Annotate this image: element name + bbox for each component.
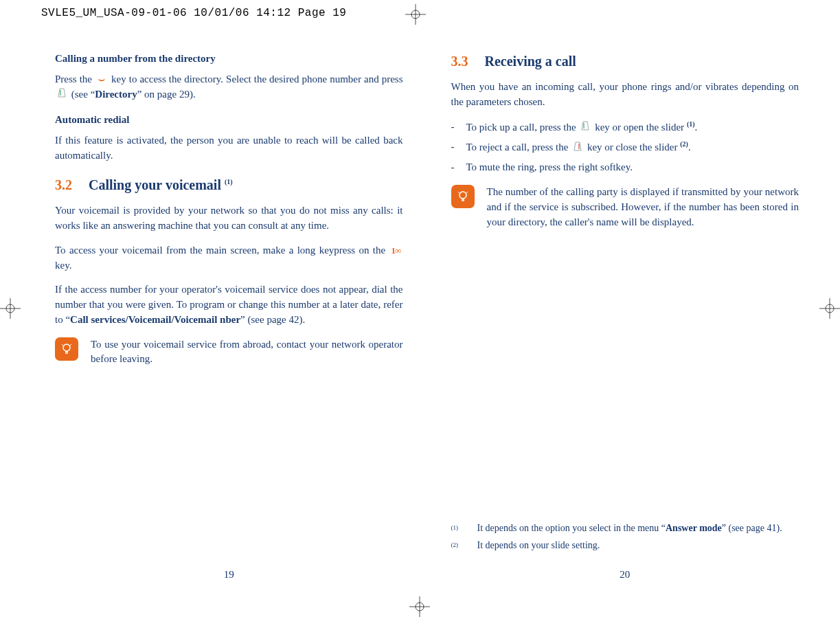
list-item: - To mute the ring, press the right soft… xyxy=(451,160,799,175)
superscript: (2) xyxy=(680,140,688,148)
answer-key-icon xyxy=(55,87,69,103)
page-number-left: 19 xyxy=(55,568,403,583)
svg-point-20 xyxy=(459,192,466,199)
list-text: To mute the ring, press the right softke… xyxy=(466,160,633,175)
reject-key-icon xyxy=(571,141,584,157)
text-bold: Directory xyxy=(95,89,137,100)
list-item: - To pick up a call, press the key or op… xyxy=(451,120,799,136)
text: key. xyxy=(55,260,71,271)
text: To reject a call, press the xyxy=(466,142,571,153)
text: ” (see page 41). xyxy=(722,523,782,533)
list-text: To pick up a call, press the key or open… xyxy=(466,120,698,136)
superscript: (1) xyxy=(687,120,695,128)
para-directory: Press the ⌣ key to access the directory.… xyxy=(55,72,403,103)
text: Calling your voicemail xyxy=(89,177,225,192)
lightbulb-icon xyxy=(55,337,78,361)
section-title: Calling your voicemail (1) xyxy=(89,175,233,195)
list-item: - To reject a call, press the key or clo… xyxy=(451,139,799,156)
svg-line-23 xyxy=(458,192,459,193)
text: . xyxy=(688,142,691,153)
para-receiving-intro: When you have an incoming call, your pho… xyxy=(451,80,799,110)
crop-header: SVLE5_UM_USA-09-01-06 10/01/06 14:12 Pag… xyxy=(41,7,346,19)
subheading-redial: Automatic redial xyxy=(55,113,403,128)
lightbulb-icon xyxy=(451,185,475,208)
section-title: Receiving a call xyxy=(485,52,576,71)
svg-line-24 xyxy=(466,192,468,193)
para-redial: If this feature is activated, the person… xyxy=(55,133,403,164)
text: To pick up a call, press the xyxy=(466,122,579,133)
list-text: To reject a call, press the key or close… xyxy=(466,139,691,156)
text: . xyxy=(695,122,698,133)
footnote-2: (2) It depends on your slide setting. xyxy=(451,539,799,552)
subheading-directory: Calling a number from the directory xyxy=(55,52,403,67)
tip-text: To use your voicemail service from abroa… xyxy=(91,337,403,368)
footnote-text: It depends on the option you select in t… xyxy=(477,521,782,535)
one-key-icon: 1∞ xyxy=(389,245,403,258)
registration-mark-bottom-icon xyxy=(409,596,430,617)
registration-mark-right-icon xyxy=(819,298,840,319)
footnote-marker: (1) xyxy=(451,521,464,532)
text: It depends on the option you select in t… xyxy=(477,523,666,533)
svg-point-13 xyxy=(63,344,70,351)
answer-key-icon xyxy=(578,120,592,136)
text: key to access the directory. Select the … xyxy=(111,74,402,85)
footnote-text: It depends on your slide setting. xyxy=(477,539,600,552)
page-left: Calling a number from the directory Pres… xyxy=(55,52,403,583)
down-key-icon: ⌣ xyxy=(95,72,109,87)
page-right: 3.3 Receiving a call When you have an in… xyxy=(451,52,799,583)
text: key or open the slider xyxy=(595,122,687,133)
dash-icon: - xyxy=(451,120,459,136)
registration-mark-top-icon xyxy=(405,4,426,25)
para-voicemail-access: To access your voicemail from the main s… xyxy=(55,243,403,273)
text: Press the xyxy=(55,74,95,85)
footnotes: (1) It depends on the option you select … xyxy=(451,521,799,555)
para-voicemail-intro: Your voicemail is provided by your netwo… xyxy=(55,203,403,234)
section-number: 3.3 xyxy=(451,52,468,71)
superscript: (1) xyxy=(225,179,233,186)
footnote-1: (1) It depends on the option you select … xyxy=(451,521,799,535)
text: key or close the slider xyxy=(587,142,680,153)
footnote-marker: (2) xyxy=(451,539,464,550)
page-spread: Calling a number from the directory Pres… xyxy=(55,52,799,583)
para-voicemail-program: If the access number for your operator's… xyxy=(55,282,403,327)
text: ” (see page 42). xyxy=(240,314,305,325)
text-bold: Answer mode xyxy=(666,523,722,533)
section-heading-3-2: 3.2 Calling your voicemail (1) xyxy=(55,175,403,195)
dash-icon: - xyxy=(451,139,459,156)
text: To access your voicemail from the main s… xyxy=(55,245,389,256)
dash-icon: - xyxy=(451,160,459,175)
svg-line-17 xyxy=(70,344,71,346)
tip-voicemail-abroad: To use your voicemail service from abroa… xyxy=(55,337,403,368)
receiving-actions-list: - To pick up a call, press the key or op… xyxy=(451,120,799,176)
text: (see “ xyxy=(71,89,95,100)
registration-mark-left-icon xyxy=(0,298,21,319)
text-bold: Call services/Voicemail/Voicemail nber xyxy=(70,314,240,325)
page-number-right: 20 xyxy=(451,568,799,583)
section-heading-3-3: 3.3 Receiving a call xyxy=(451,52,799,71)
section-number: 3.2 xyxy=(55,175,72,195)
svg-line-16 xyxy=(62,344,63,346)
tip-caller-id: The number of the calling party is displ… xyxy=(451,185,799,229)
text: ” on page 29). xyxy=(137,89,196,100)
tip-text: The number of the calling party is displ… xyxy=(487,185,799,229)
